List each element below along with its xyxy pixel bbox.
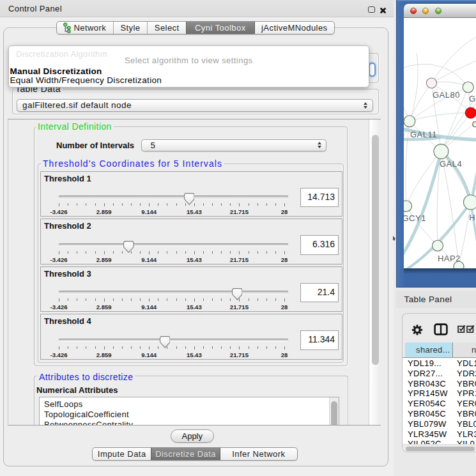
apply-button[interactable]: Apply xyxy=(171,429,214,443)
network-edge[interactable] xyxy=(410,83,432,121)
network-node-gal11[interactable] xyxy=(404,115,415,127)
table-row[interactable]: YER054CYER0 xyxy=(403,399,476,408)
attribute-item[interactable]: BetweennessCentrality xyxy=(44,420,133,426)
network-icon xyxy=(63,22,71,33)
table-row[interactable]: YIL052CYIL0 xyxy=(403,439,476,443)
close-icon-part[interactable] xyxy=(381,8,386,13)
gear-icon[interactable] xyxy=(411,324,423,335)
slider-tick xyxy=(266,298,267,301)
slider-tick xyxy=(249,203,249,206)
popup-item-prompt[interactable]: Select algorithm to view settings xyxy=(9,56,369,65)
network-node-c[interactable] xyxy=(465,107,476,118)
tab-style[interactable]: Style xyxy=(113,22,148,34)
slider-track[interactable] xyxy=(59,291,288,294)
zoom-traffic-light-icon[interactable] xyxy=(435,8,442,15)
float-window-icon[interactable] xyxy=(368,6,375,13)
network-edge[interactable] xyxy=(410,112,471,121)
attribute-item[interactable]: SelfLoops xyxy=(44,399,133,410)
slider-thumb[interactable] xyxy=(123,241,134,253)
close-traffic-light-icon[interactable] xyxy=(410,8,417,15)
table-row[interactable]: YBR043CYBR0 xyxy=(403,379,476,388)
slider-tick xyxy=(68,346,68,349)
network-node-h[interactable] xyxy=(464,195,476,210)
network-edge[interactable] xyxy=(406,121,410,206)
table-row[interactable]: YDR27...YDR2 xyxy=(403,369,476,378)
table-row[interactable]: YPR145WYPR1 xyxy=(403,388,476,398)
table-row[interactable]: YBR045CYBR0 xyxy=(403,409,476,418)
minimize-traffic-light-icon[interactable] xyxy=(422,8,429,15)
table-data-combobox[interactable]: galFiltered.sif default node xyxy=(17,99,373,112)
popup-item-manual-discretization[interactable]: Manual Discretization xyxy=(10,66,102,76)
table-row[interactable]: YBL079WYBL0 xyxy=(403,419,476,429)
slider-thumb-part[interactable] xyxy=(160,336,169,348)
table-cell-name: YDR2 xyxy=(457,369,476,378)
number-of-intervals-combobox[interactable]: 5 xyxy=(141,139,327,152)
slider-thumb-part[interactable] xyxy=(124,241,134,252)
network-node-gal4[interactable] xyxy=(434,144,449,158)
slider-thumb-part[interactable] xyxy=(184,194,194,205)
table-horizontal-scrollbar-thumb[interactable] xyxy=(406,447,475,451)
table-row[interactable]: YLR345WYLR3 xyxy=(403,429,476,439)
table-horizontal-scrollbar[interactable] xyxy=(403,444,476,453)
slider-tick-label: 2.859 xyxy=(85,351,123,358)
attribute-item[interactable]: TopologicalCoefficient xyxy=(44,410,133,420)
network-canvas[interactable]: GAL80GACGAL11GAL4GCY1HHAP2 xyxy=(404,18,476,269)
slider-tick-label: -3.426 xyxy=(40,351,78,358)
table-header-name[interactable]: n... xyxy=(454,342,476,357)
network-icon-part xyxy=(64,23,67,26)
tab-select[interactable]: Select xyxy=(147,22,186,34)
table-cell-name: YBR0 xyxy=(457,379,476,388)
threshold-value-field[interactable]: 11.344 xyxy=(300,330,339,350)
checkbox-icon[interactable] xyxy=(466,325,475,333)
control-panel-title: Control Panel xyxy=(8,0,62,17)
tab-impute-data[interactable]: Impute Data xyxy=(93,448,151,460)
tab-discretize-data[interactable]: Discretize Data xyxy=(151,448,219,460)
slider-track[interactable] xyxy=(59,196,288,199)
tab-label: Cyni Toolbox xyxy=(195,23,246,33)
network-node-hap2[interactable] xyxy=(433,240,443,251)
slider-tick xyxy=(212,203,213,206)
attributes-list-scrollbar[interactable] xyxy=(329,397,339,426)
threshold-value-field[interactable]: 14.713 xyxy=(300,188,339,208)
settings-scrollbar-thumb[interactable] xyxy=(372,135,379,365)
tab-jactivemnodules[interactable]: jActiveMNodules xyxy=(254,22,334,34)
algorithm-combobox[interactable] xyxy=(369,63,376,77)
gear-icon-part[interactable] xyxy=(412,325,422,335)
network-node-gal80[interactable] xyxy=(426,78,436,88)
slider-tick xyxy=(230,298,231,301)
network-node-ga[interactable] xyxy=(463,82,473,93)
threshold-value-field[interactable]: 21.4 xyxy=(300,283,339,303)
settings-scrollbar[interactable] xyxy=(369,119,380,425)
close-icon[interactable] xyxy=(380,7,387,14)
slider-thumb[interactable] xyxy=(160,336,171,348)
network-edge[interactable] xyxy=(431,59,476,83)
network-edge[interactable] xyxy=(406,151,441,206)
slider-track[interactable] xyxy=(59,339,288,342)
table-header-shared[interactable]: shared... xyxy=(405,342,453,357)
attributes-list[interactable]: SelfLoopsTopologicalCoefficientBetweenne… xyxy=(39,397,339,426)
table-cell-name: YBL0 xyxy=(457,419,476,429)
slider-tick xyxy=(239,251,240,254)
network-canvas-part[interactable]: GAL80GACGAL11GAL4GCY1HHAP2 xyxy=(404,18,476,269)
slider-tick-label: 28 xyxy=(265,256,303,263)
slider-tick xyxy=(249,346,249,349)
slider-tick xyxy=(104,203,105,206)
checkbox-icon[interactable] xyxy=(457,325,466,333)
network-node-gcy1[interactable] xyxy=(404,201,412,211)
table-row[interactable]: YDL19...YDL1 xyxy=(403,358,476,368)
attributes-list-scrollbar-thumb[interactable] xyxy=(331,401,337,426)
network-edge[interactable] xyxy=(431,36,476,83)
slider-track[interactable] xyxy=(59,243,288,247)
slider-thumb[interactable] xyxy=(232,288,243,300)
tab-cyni-toolbox[interactable]: Cyni Toolbox xyxy=(186,22,254,34)
tab-infer-network[interactable]: Infer Network xyxy=(220,448,297,460)
slider-tick-label: 21.715 xyxy=(220,351,258,358)
network-node[interactable] xyxy=(454,261,464,269)
slider-tick xyxy=(158,203,158,206)
tab-network[interactable]: Network xyxy=(57,22,113,34)
slider-thumb-part[interactable] xyxy=(232,289,242,300)
popup-item-equal-width[interactable]: Equal Width/Frequency Discretization xyxy=(10,75,162,85)
split-columns-icon[interactable] xyxy=(434,323,448,335)
slider-thumb[interactable] xyxy=(184,193,195,205)
threshold-value-field[interactable]: 6.316 xyxy=(300,235,339,255)
